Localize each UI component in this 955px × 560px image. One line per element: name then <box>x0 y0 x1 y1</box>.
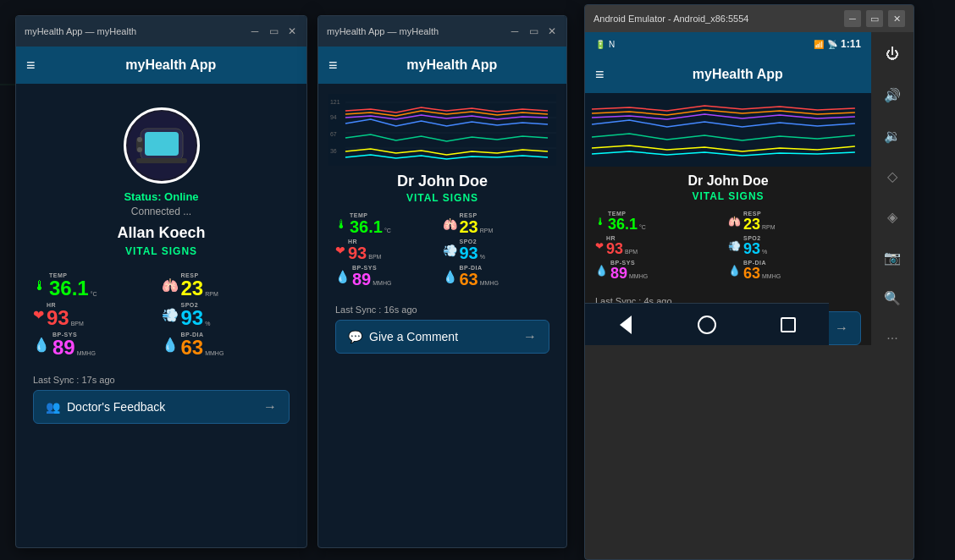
android-phone-screen: 🔋 N 📶 📡 1:11 ≡ myHealth App <box>585 32 871 345</box>
bpdia-unit-1: MMHG <box>205 350 224 356</box>
hamburger-icon-3[interactable]: ≡ <box>595 66 604 84</box>
android-window-controls: ─ ▭ ✕ <box>844 10 905 27</box>
temp-value-1: 36.1 <box>49 278 89 299</box>
bpsys-icon-3: 💧 <box>595 265 608 277</box>
more-btn[interactable]: ··· <box>879 325 906 352</box>
volume-down-btn[interactable]: 🔉 <box>879 122 906 149</box>
screenshot-btn[interactable]: ◈ <box>879 203 906 230</box>
chart-container-3 <box>585 93 871 167</box>
window-1-app-header: ≡ myHealth App <box>16 47 306 84</box>
bpsys-unit-3: MMHG <box>629 273 648 279</box>
window-1-maximize[interactable]: ▭ <box>268 25 279 37</box>
doctors-feedback-btn[interactable]: 👥 Doctor's Feedback → <box>33 390 290 424</box>
connected-text: Connected ... <box>131 206 191 217</box>
vital-bpdia-1: 💧 BP-DIA 63 MMHG <box>162 332 290 358</box>
give-comment-icon-2: 💬 <box>348 330 362 343</box>
window-2-maximize[interactable]: ▭ <box>527 25 539 37</box>
doctors-feedback-arrow: → <box>263 399 277 415</box>
nav-back-btn[interactable] <box>609 308 643 342</box>
hr-icon-2: ❤ <box>335 244 345 257</box>
android-restore[interactable]: ▭ <box>866 10 883 27</box>
vitals-section-3: 🌡 TEMP 36.1 °C 🫁 RESP 23 <box>585 211 871 281</box>
window-1-app-title: myHealth App <box>46 58 296 73</box>
vital-spo2-1: 💨 SPO2 93 % <box>162 302 290 328</box>
vitals-section-1: 🌡 TEMP 36.1 °C 🫁 RESP 23 <box>26 272 296 358</box>
android-titlebar: Android Emulator - Android_x86:5554 ─ ▭ … <box>585 5 914 32</box>
power-btn[interactable]: ⏻ <box>879 41 906 68</box>
vital-signs-label-2: VITAL SIGNS <box>328 192 556 204</box>
window-2-controls: ─ ▭ ✕ <box>509 25 558 37</box>
hamburger-icon-2[interactable]: ≡ <box>328 57 338 74</box>
battery-icon: 🔋 <box>595 40 605 49</box>
vital-bpsys-2: 💧 BP-SYS 89 MMHG <box>335 265 443 288</box>
android-minimize[interactable]: ─ <box>844 10 861 27</box>
window-1-titlebar: myHealth App — myHealth ─ ▭ ✕ <box>16 16 306 47</box>
temp-icon-2: 🌡 <box>335 217 347 231</box>
camera-btn[interactable]: 📷 <box>879 244 906 271</box>
status-time: 1:11 <box>841 38 861 50</box>
hr-unit-2: BPM <box>368 254 381 260</box>
bpsys-icon-2: 💧 <box>335 270 350 283</box>
temp-value-3: 36.1 <box>608 217 638 232</box>
btn-text-1: 👥 Doctor's Feedback <box>46 400 165 414</box>
nav-recent-btn[interactable] <box>771 308 805 342</box>
temp-unit-1: °C <box>91 291 97 297</box>
vital-row-temp-resp: 🌡 TEMP 36.1 °C 🫁 RESP 23 <box>33 272 290 299</box>
give-comment-btn-2[interactable]: 💬 Give a Comment → <box>335 320 549 354</box>
chart-area-2: 121 94 67 36 <box>328 94 556 166</box>
doctors-feedback-label: Doctor's Feedback <box>67 400 165 414</box>
temp-icon-1: 🌡 <box>33 278 47 294</box>
bpdia-unit-3: MMHG <box>762 273 781 279</box>
wifi-icon: 📶 <box>814 40 824 49</box>
svg-text:67: 67 <box>330 131 337 137</box>
android-close[interactable]: ✕ <box>888 10 905 27</box>
vital-resp-1: 🫁 RESP 23 RPM <box>162 272 290 299</box>
bpsys-value-2: 89 <box>352 271 371 288</box>
bpsys-unit-1: MMHG <box>77 350 96 356</box>
rotate-btn[interactable]: ◇ <box>879 162 906 189</box>
nav-home-icon <box>698 316 716 334</box>
sync-and-btn-1: Last Sync : 17s ago 👥 Doctor's Feedback … <box>26 361 296 424</box>
window-2-close[interactable]: ✕ <box>546 25 558 37</box>
window-3-app-header: ≡ myHealth App <box>585 56 871 93</box>
temp-unit-2: °C <box>384 228 391 233</box>
doctor-name-3: Dr John Doe <box>585 173 871 189</box>
nav-home-btn[interactable] <box>690 308 724 342</box>
hr-unit-3: BPM <box>625 249 638 255</box>
vital-hr-3: ❤ HR 93 BPM <box>595 235 728 256</box>
vital-temp-1: 🌡 TEMP 36.1 °C <box>33 272 162 299</box>
bpdia-icon-3: 💧 <box>728 265 741 277</box>
sync-and-btn-2: Last Sync : 16s ago 💬 Give a Comment → <box>328 291 556 354</box>
zoom-btn[interactable]: 🔍 <box>879 284 906 311</box>
status-icons-left: 🔋 N <box>595 40 615 49</box>
spo2-icon-3: 💨 <box>728 240 741 252</box>
android-status-bar: 🔋 N 📶 📡 1:11 <box>585 32 871 56</box>
window-1-minimize[interactable]: ─ <box>249 25 261 37</box>
vital-row-temp-resp-3: 🌡 TEMP 36.1 °C 🫁 RESP 23 <box>595 211 861 232</box>
window-2-app-header: ≡ myHealth App <box>318 47 566 84</box>
bpdia-unit-2: MMHG <box>480 280 499 286</box>
give-comment-label-2: Give a Comment <box>369 330 458 343</box>
nav-recent-icon <box>781 317 796 332</box>
hr-icon-1: ❤ <box>33 307 44 323</box>
svg-point-34 <box>137 137 142 142</box>
temp-value-2: 36.1 <box>350 218 383 235</box>
spo2-value-2: 93 <box>460 244 478 261</box>
btn-text-2: 💬 Give a Comment <box>348 330 458 343</box>
chart-svg-3 <box>592 96 864 160</box>
vital-bpsys-3: 💧 BP-SYS 89 MMHG <box>595 260 728 281</box>
spo2-value-3: 93 <box>743 241 760 256</box>
vital-hr-2: ❤ HR 93 BPM <box>335 239 443 261</box>
volume-up-btn[interactable]: 🔊 <box>879 81 906 108</box>
hamburger-icon-1[interactable]: ≡ <box>26 57 36 74</box>
spo2-icon-1: 💨 <box>162 307 179 323</box>
vital-signs-label-3: VITAL SIGNS <box>585 190 871 202</box>
vital-row-hr-spo2-2: ❤ HR 93 BPM 💨 SPO2 93 <box>335 239 549 261</box>
android-sidebar-panel: ⏻ 🔊 🔉 ◇ ◈ 📷 🔍 ··· <box>871 32 914 455</box>
spo2-value-1: 93 <box>181 308 204 328</box>
window-1-close[interactable]: ✕ <box>286 25 298 37</box>
window-2-minimize[interactable]: ─ <box>509 25 521 37</box>
svg-text:121: 121 <box>330 99 340 105</box>
vital-row-bp: 💧 BP-SYS 89 MMHG 💧 BP-DIA 63 <box>33 332 290 358</box>
window-2-title: myHealth App — myHealth <box>327 26 509 36</box>
